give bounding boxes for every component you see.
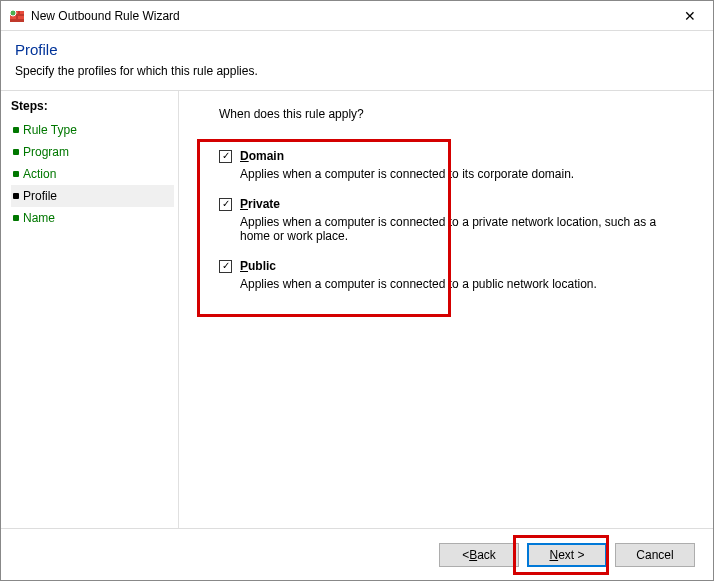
steps-heading: Steps: [11,99,174,113]
checkbox-private[interactable]: ✓ [219,198,232,211]
wizard-footer: < Back Next > Cancel [1,528,713,580]
next-button[interactable]: Next > [527,543,607,567]
firewall-icon [9,8,25,24]
back-button[interactable]: < Back [439,543,519,567]
step-profile[interactable]: Profile [11,185,174,207]
checkbox-public[interactable]: ✓ [219,260,232,273]
bullet-icon [13,127,19,133]
step-name[interactable]: Name [11,207,174,229]
checkbox-public-desc: Applies when a computer is connected to … [240,277,670,291]
checkbox-domain-label: Domain [240,149,284,163]
option-domain: ✓ Domain Applies when a computer is conn… [219,149,693,181]
titlebar: New Outbound Rule Wizard ✕ [1,1,713,31]
window-title: New Outbound Rule Wizard [31,9,667,23]
step-rule-type[interactable]: Rule Type [11,119,174,141]
close-button[interactable]: ✕ [667,1,713,31]
wizard-header: Profile Specify the profiles for which t… [1,31,713,91]
svg-point-6 [10,10,16,16]
wizard-content: When does this rule apply? ✓ Domain Appl… [179,91,713,528]
checkbox-domain[interactable]: ✓ [219,150,232,163]
page-title: Profile [15,41,699,58]
bullet-icon [13,193,19,199]
option-public: ✓ Public Applies when a computer is conn… [219,259,693,291]
bullet-icon [13,215,19,221]
checkbox-domain-desc: Applies when a computer is connected to … [240,167,670,181]
checkbox-private-label: Private [240,197,280,211]
bullet-icon [13,149,19,155]
bullet-icon [13,171,19,177]
option-private: ✓ Private Applies when a computer is con… [219,197,693,243]
checkbox-public-label: Public [240,259,276,273]
step-action[interactable]: Action [11,163,174,185]
steps-sidebar: Steps: Rule Type Program Action Profile … [1,91,179,528]
cancel-button[interactable]: Cancel [615,543,695,567]
step-program[interactable]: Program [11,141,174,163]
wizard-window: New Outbound Rule Wizard ✕ Profile Speci… [0,0,714,581]
checkbox-private-desc: Applies when a computer is connected to … [240,215,670,243]
page-description: Specify the profiles for which this rule… [15,64,699,78]
prompt-text: When does this rule apply? [219,107,693,121]
